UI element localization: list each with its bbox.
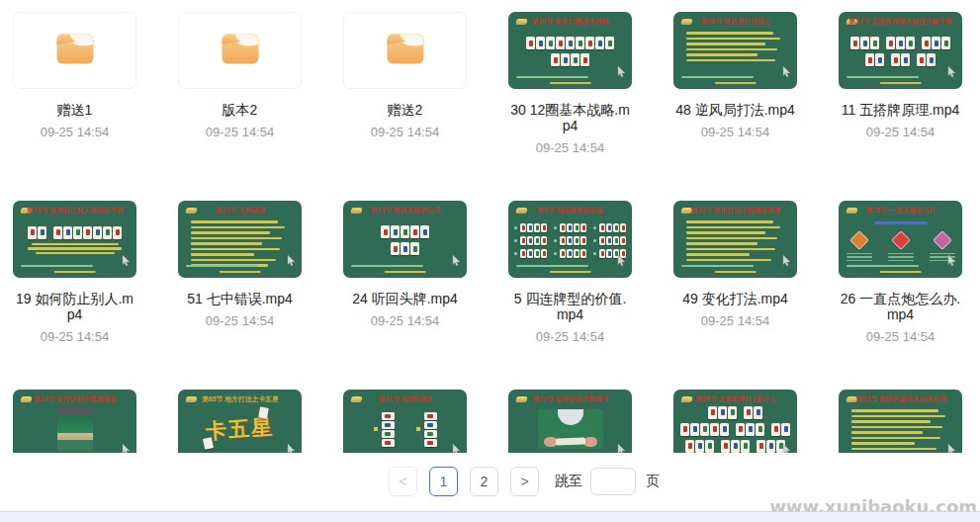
slide-text-line bbox=[686, 248, 775, 251]
tile-pip bbox=[106, 229, 110, 235]
tile-pip bbox=[878, 57, 882, 63]
mahjong-tile bbox=[700, 423, 709, 436]
file-name[interactable]: 19 如何防止别人.mp4 bbox=[13, 291, 136, 322]
page-1-button[interactable]: 1 bbox=[429, 467, 458, 496]
mahjong-tile bbox=[922, 37, 931, 49]
page-2-button[interactable]: 2 bbox=[470, 467, 498, 496]
slide-footer-yellow-text bbox=[53, 271, 96, 274]
tile-pip bbox=[703, 426, 707, 432]
file-name[interactable]: 30 12圈基本战略.mp4 bbox=[508, 102, 632, 133]
tile-pip bbox=[713, 426, 717, 432]
folder-thumbnail[interactable] bbox=[13, 12, 136, 89]
tile-pip bbox=[427, 432, 433, 436]
video-thumbnail[interactable]: 第51节 七种错误 bbox=[178, 201, 302, 278]
file-name[interactable]: 48 逆风局打法.mp4 bbox=[675, 102, 795, 118]
slide-title: 第19节 如何防止别人猜你的手牌 bbox=[27, 208, 124, 214]
tile-pip bbox=[724, 443, 728, 449]
file-card: 第61节 差5听牌法 bbox=[343, 390, 467, 453]
mahjong-tile bbox=[746, 423, 755, 436]
video-thumbnail[interactable]: 第33节 如何识别作弊麻将机 bbox=[13, 390, 136, 453]
mahjong-tile bbox=[690, 423, 699, 436]
video-thumbnail[interactable]: 第49节 变化打法才能确保胜率 bbox=[673, 201, 797, 278]
mahjong-tile bbox=[585, 37, 594, 49]
tile-pip bbox=[564, 57, 568, 63]
file-name[interactable]: 51 七中错误.mp4 bbox=[187, 291, 293, 306]
video-thumbnail[interactable]: 第19节 如何防止别人猜你的手牌 bbox=[13, 201, 136, 278]
video-thumbnail[interactable]: 第26节 一直点炮怎么打 bbox=[839, 201, 962, 278]
tile-pip bbox=[522, 251, 525, 256]
bullet-dot bbox=[554, 239, 557, 242]
tile-column bbox=[382, 412, 395, 447]
file-card: 第53节 危牌的规律及如何处理 bbox=[839, 390, 962, 453]
tile-pip bbox=[721, 409, 725, 415]
scroll-icon bbox=[185, 208, 197, 214]
prev-page-button[interactable]: < bbox=[389, 467, 417, 496]
machine-wheel bbox=[558, 409, 583, 425]
video-thumbnail[interactable]: 第53节 危牌的规律及如何处理 bbox=[839, 390, 962, 453]
mahjong-tile bbox=[574, 236, 579, 245]
mahjong-tile bbox=[541, 249, 547, 258]
slide-footer-yellow-text bbox=[549, 271, 591, 274]
file-name[interactable]: 11 五搭牌原理.mp4 bbox=[842, 102, 960, 118]
mahjong-tile bbox=[744, 406, 753, 419]
video-thumbnail[interactable]: 第61节 差5听牌法 bbox=[343, 390, 467, 453]
slide-text-line bbox=[851, 431, 923, 434]
slide-body bbox=[673, 28, 797, 89]
mahjong-tile bbox=[576, 37, 584, 49]
video-thumbnail[interactable]: 第58节 庄家听牌打1要什么 bbox=[673, 390, 797, 453]
tile-pip bbox=[385, 441, 391, 445]
mahjong-tile bbox=[580, 249, 586, 258]
mahjong-tile bbox=[756, 423, 764, 436]
video-thumbnail[interactable]: 第48节 逆风局打法核心 bbox=[673, 12, 797, 89]
file-date: 09-25 14:54 bbox=[701, 313, 769, 328]
video-thumbnail[interactable]: 第11节 五搭牌原理及如何分解手牌 bbox=[839, 12, 962, 89]
file-name[interactable]: 24 听回头牌.mp4 bbox=[352, 291, 458, 306]
tile-group bbox=[554, 249, 586, 258]
mahjong-tile bbox=[38, 226, 46, 239]
tile-group bbox=[744, 406, 762, 419]
slide-title: 第30节 麻将12圈基本战略 bbox=[531, 19, 608, 25]
file-name[interactable]: 26 一直点炮怎么办.mp4 bbox=[839, 291, 962, 322]
tile-pip bbox=[413, 246, 417, 252]
next-page-button[interactable]: > bbox=[510, 467, 539, 496]
tile-pip bbox=[576, 225, 579, 230]
file-grid: 赠送109-25 14:54版本209-25 14:54赠送209-25 14:… bbox=[13, 12, 967, 453]
tile-row bbox=[511, 249, 629, 258]
tile-group bbox=[514, 236, 547, 245]
slide-footer-yellow-text bbox=[549, 82, 591, 85]
file-name[interactable]: 5 四连牌型的价值.mp4 bbox=[508, 291, 632, 322]
diamond-item bbox=[846, 231, 872, 262]
file-card: 第33节 如何识别作弊麻将机 bbox=[13, 390, 136, 453]
folder-name[interactable]: 版本2 bbox=[223, 102, 258, 118]
file-card: 第26节 一直点炮怎么打26 一直点炮怎么办.mp409-25 14:54 bbox=[839, 201, 962, 390]
tile-pip bbox=[569, 225, 572, 230]
mahjong-tile bbox=[896, 37, 905, 49]
mahjong-tile bbox=[860, 37, 869, 49]
folder-name[interactable]: 赠送2 bbox=[388, 102, 423, 118]
tile-group bbox=[886, 37, 915, 49]
mahjong-tile bbox=[695, 440, 704, 453]
video-thumbnail[interactable]: 第34节 如何识别作弊暗号 bbox=[508, 390, 632, 453]
slide-title-wrap: 第19节 如何防止别人猜你的手牌 bbox=[13, 208, 136, 217]
slide-text-line bbox=[191, 220, 278, 223]
video-thumbnail[interactable]: 第5节 四连牌型的价值 bbox=[508, 201, 632, 278]
slide-footer-green-text bbox=[21, 265, 93, 268]
video-thumbnail[interactable]: 第65节 地方打法之卡五星卡五星 bbox=[178, 390, 302, 453]
folder-thumbnail[interactable] bbox=[343, 12, 467, 89]
mahjong-tile bbox=[599, 223, 605, 232]
slide-title: 第49节 变化打法才能确保胜率 bbox=[690, 208, 780, 214]
mahjong-tile bbox=[391, 225, 400, 238]
tile-pip bbox=[543, 225, 546, 230]
file-name[interactable]: 49 变化打法.mp4 bbox=[682, 291, 788, 306]
bullet-dot bbox=[554, 226, 557, 229]
file-card: 第49节 变化打法才能确保胜率49 变化打法.mp409-25 14:54 bbox=[673, 201, 797, 390]
folder-name[interactable]: 赠送1 bbox=[57, 102, 93, 118]
video-thumbnail[interactable]: 第30节 麻将12圈基本战略 bbox=[508, 12, 632, 89]
tile-pip bbox=[543, 251, 546, 256]
jump-page-input[interactable] bbox=[590, 468, 636, 495]
video-thumbnail[interactable]: 第24节 听回头牌的公式 bbox=[343, 201, 467, 278]
mahjong-tile bbox=[561, 53, 570, 66]
folder-thumbnail[interactable] bbox=[178, 12, 302, 89]
mahjong-tile bbox=[534, 249, 540, 258]
mahjong-tile bbox=[520, 249, 526, 258]
